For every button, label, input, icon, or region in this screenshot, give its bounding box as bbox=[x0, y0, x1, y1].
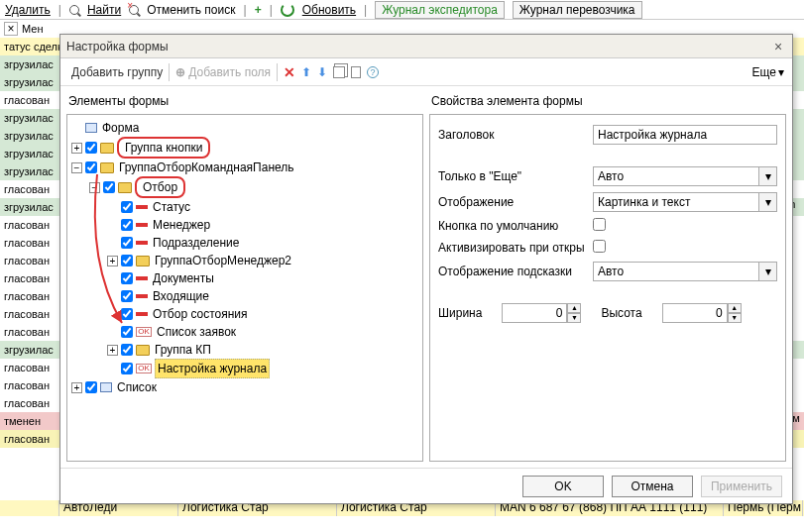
cancel-button[interactable]: Отмена bbox=[612, 476, 693, 497]
prop-display-label: Отображение bbox=[438, 195, 587, 209]
find-link[interactable]: Найти bbox=[87, 3, 121, 17]
prop-width-label: Ширина bbox=[438, 306, 482, 320]
add-group-button[interactable]: Добавить группу bbox=[68, 65, 163, 79]
tree-node-filter-manager2[interactable]: ГруппаОтборМенеджер2 bbox=[153, 252, 293, 269]
prop-height-input[interactable] bbox=[662, 303, 728, 323]
collapse-button[interactable]: − bbox=[71, 162, 82, 173]
bg-cell: згрузилас bbox=[4, 165, 59, 177]
element-properties-label: Свойства элемента формы bbox=[431, 94, 786, 108]
tree-node-filter[interactable]: Отбор bbox=[135, 176, 185, 198]
prop-display-input[interactable] bbox=[593, 192, 759, 212]
bg-cell: гласован bbox=[4, 326, 59, 338]
collapse-button[interactable]: − bbox=[89, 182, 100, 193]
list-icon bbox=[100, 382, 112, 392]
tab-forwarder-journal[interactable]: Журнал экспедитора bbox=[375, 1, 505, 19]
prop-default-button-label: Кнопка по умолчанию bbox=[438, 219, 587, 233]
tree-node-list[interactable]: Список bbox=[115, 378, 159, 396]
expand-button[interactable]: + bbox=[71, 143, 82, 154]
bg-cell: гласован bbox=[4, 237, 59, 249]
node-checkbox[interactable] bbox=[85, 142, 97, 154]
chevron-down-icon[interactable]: ▾ bbox=[778, 65, 784, 79]
tree-node-request-list[interactable]: Список заявок bbox=[155, 323, 238, 341]
paste-icon[interactable] bbox=[351, 66, 361, 78]
copy-icon[interactable] bbox=[333, 66, 345, 78]
node-checkbox[interactable] bbox=[121, 308, 133, 320]
prop-tooltip-display-label: Отображение подсказки bbox=[438, 265, 587, 278]
node-checkbox[interactable] bbox=[121, 326, 133, 338]
node-checkbox[interactable] bbox=[121, 272, 133, 284]
tree-node-status[interactable]: Статус bbox=[151, 198, 192, 216]
tree-node-manager[interactable]: Менеджер bbox=[151, 216, 212, 234]
tree-node-group-kp[interactable]: Группа КП bbox=[153, 341, 213, 359]
spin-down[interactable]: ▼ bbox=[567, 313, 581, 323]
spin-up[interactable]: ▲ bbox=[728, 303, 742, 313]
spin-up[interactable]: ▲ bbox=[567, 303, 581, 313]
dialog-close-button[interactable]: × bbox=[770, 39, 786, 54]
dropdown-button[interactable]: ▾ bbox=[759, 262, 777, 281]
expand-button[interactable]: + bbox=[107, 345, 118, 356]
more-button[interactable]: Еще bbox=[752, 65, 776, 79]
bg-cell: гласован bbox=[4, 219, 59, 231]
tree-node-form[interactable]: Форма bbox=[100, 119, 141, 137]
tree-node-status-filter[interactable]: Отбор состояния bbox=[151, 305, 250, 323]
help-icon[interactable]: ? bbox=[367, 66, 379, 78]
field-icon bbox=[136, 223, 148, 227]
tree-node-group-buttons[interactable]: Группа кнопки bbox=[117, 137, 210, 159]
dialog-buttons: OK Отмена Применить bbox=[60, 468, 792, 503]
node-checkbox[interactable] bbox=[85, 381, 97, 393]
add-group-label: Добавить группу bbox=[71, 65, 163, 79]
add-fields-button: ⊕ Добавить поля bbox=[175, 65, 271, 79]
node-checkbox[interactable] bbox=[121, 290, 133, 302]
close-tab-button[interactable]: × bbox=[4, 22, 18, 36]
field-icon bbox=[136, 294, 148, 298]
delete-link[interactable]: Удалить bbox=[5, 3, 51, 17]
tab-carrier-journal[interactable]: Журнал перевозчика bbox=[513, 1, 642, 19]
tree-node-journal-setup[interactable]: Настройка журнала bbox=[155, 359, 270, 378]
form-elements-tree[interactable]: Форма +Группа кнопки −ГруппаОтборКомандн… bbox=[66, 114, 423, 462]
bg-cell: згрузилас bbox=[4, 112, 59, 124]
plus-icon[interactable]: + bbox=[255, 3, 262, 17]
dropdown-button[interactable]: ▾ bbox=[759, 192, 777, 212]
bg-cell: гласован bbox=[4, 397, 59, 409]
prop-only-more-input[interactable] bbox=[593, 166, 759, 186]
node-checkbox[interactable] bbox=[121, 344, 133, 356]
refresh-icon[interactable] bbox=[281, 3, 294, 17]
node-checkbox[interactable] bbox=[121, 201, 133, 213]
node-checkbox[interactable] bbox=[121, 255, 133, 266]
tree-node-incoming[interactable]: Входящие bbox=[151, 287, 211, 305]
plus-icon: ⊕ bbox=[175, 65, 185, 79]
tree-node-department[interactable]: Подразделение bbox=[151, 234, 241, 252]
prop-header-input[interactable] bbox=[593, 125, 777, 145]
node-checkbox[interactable] bbox=[121, 363, 133, 374]
move-down-icon[interactable]: ⬇ bbox=[317, 65, 327, 79]
main-toolbar: Удалить | Найти Отменить поиск | + | Обн… bbox=[0, 0, 804, 20]
prop-activate-checkbox[interactable] bbox=[593, 240, 606, 253]
dialog-toolbar: Добавить группу ⊕ Добавить поля ✕ ⬆ ⬇ ? … bbox=[60, 58, 792, 86]
dropdown-button[interactable]: ▾ bbox=[759, 166, 777, 186]
tree-node-documents[interactable]: Документы bbox=[151, 269, 216, 287]
bg-cell: згрузилас bbox=[4, 344, 59, 356]
dialog-title: Настройка формы bbox=[66, 40, 770, 53]
expand-button[interactable]: + bbox=[71, 382, 82, 393]
bg-cell: гласован bbox=[4, 308, 59, 320]
tree-node-filter-panel[interactable]: ГруппаОтборКоманднаяПанель bbox=[117, 159, 296, 176]
spin-down[interactable]: ▼ bbox=[728, 313, 742, 323]
node-checkbox[interactable] bbox=[103, 181, 115, 193]
node-checkbox[interactable] bbox=[121, 219, 133, 231]
node-checkbox[interactable] bbox=[85, 161, 97, 173]
refresh-link[interactable]: Обновить bbox=[302, 3, 356, 17]
bg-cell: гласован bbox=[4, 362, 59, 373]
field-icon bbox=[136, 205, 148, 209]
delete-icon[interactable]: ✕ bbox=[284, 64, 295, 80]
cancel-search-link[interactable]: Отменить поиск bbox=[147, 3, 235, 17]
prop-tooltip-display-input[interactable] bbox=[593, 262, 759, 281]
ok-button[interactable]: OK bbox=[522, 476, 604, 497]
prop-default-button-checkbox[interactable] bbox=[593, 218, 606, 231]
move-up-icon[interactable]: ⬆ bbox=[301, 65, 311, 79]
node-checkbox[interactable] bbox=[121, 237, 133, 249]
bg-cell: згрузилас bbox=[4, 148, 59, 160]
prop-width-input[interactable] bbox=[502, 303, 567, 323]
expand-button[interactable]: + bbox=[107, 256, 118, 266]
prop-height-label: Высота bbox=[601, 306, 641, 320]
form-elements-label: Элементы формы bbox=[68, 94, 423, 108]
